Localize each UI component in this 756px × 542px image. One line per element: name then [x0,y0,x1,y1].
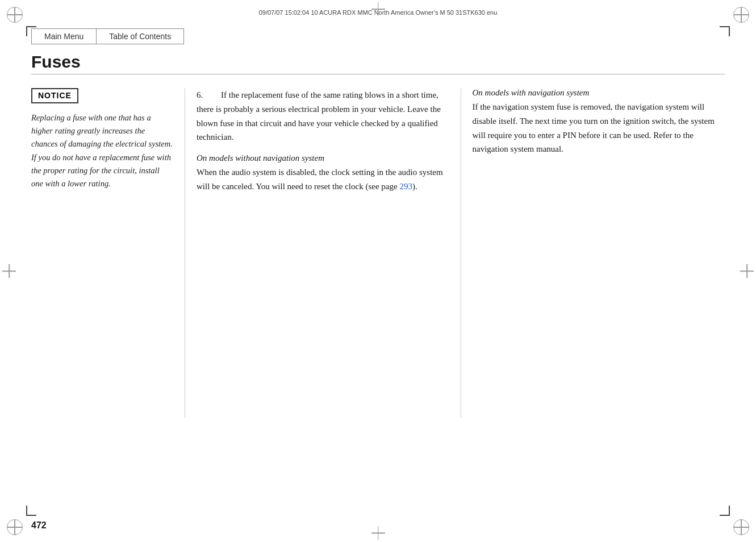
middle-column: 6. If the replacement fuse of the same r… [185,88,461,418]
step-6-text: 6. If the replacement fuse of the same r… [197,88,449,144]
content-columns: NOTICE Replacing a fuse with one that ha… [31,88,725,418]
page-number: 472 [31,520,47,531]
without-nav-heading: On models without navigation system [197,153,449,163]
registration-mark-bl [7,519,23,535]
page-link-suffix: ). [412,182,417,191]
center-cross-left [2,264,16,278]
center-cross-right [740,264,754,278]
with-nav-heading: On models with navigation system [473,88,725,98]
notice-box: NOTICE [31,88,78,103]
center-cross-bottom [371,526,385,540]
print-info: 09/07/07 15:02:04 10 ACURA RDX MMC North… [259,9,498,16]
registration-mark-tl [7,7,23,23]
right-column: On models with navigation system If the … [461,88,725,156]
notice-text: Replacing a fuse with one that has a hig… [31,111,173,190]
main-menu-button[interactable]: Main Menu [31,28,97,44]
with-nav-body: If the navigation system fuse is removed… [473,100,725,156]
page-293-link[interactable]: 293 [399,182,412,191]
without-nav-body: When the audio system is disabled, the c… [197,165,449,194]
page-title: Fuses [31,52,725,72]
page-content: Main Menu Table of Contents Fuses NOTICE… [31,28,725,511]
step-6-prefix: 6. [197,90,205,99]
registration-mark-tr [733,7,749,23]
left-column: NOTICE Replacing a fuse with one that ha… [31,88,185,190]
step-6-body: If the replacement fuse of the same rati… [197,90,441,141]
nav-buttons: Main Menu Table of Contents [31,28,725,44]
registration-mark-br [733,519,749,535]
title-divider [31,74,725,74]
notice-label: NOTICE [38,91,72,100]
table-of-contents-button[interactable]: Table of Contents [97,28,184,44]
